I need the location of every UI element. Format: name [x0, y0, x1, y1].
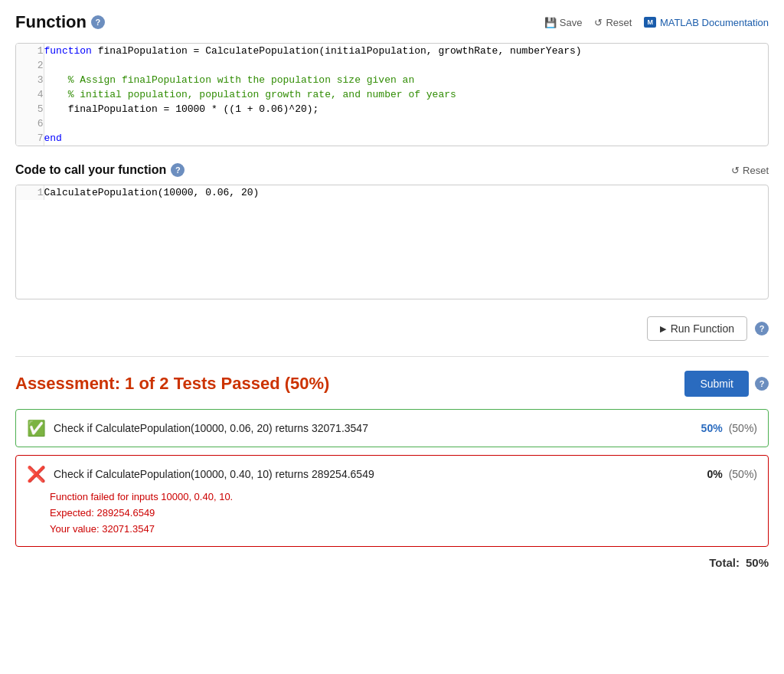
- code-content: end: [44, 131, 768, 146]
- page-title: Function: [15, 12, 87, 32]
- line-number: 7: [16, 131, 44, 146]
- error-line-3: Your value: 32071.3547: [50, 522, 757, 538]
- test-left-2: ❌ Check if CalculatePopulation(10000, 0.…: [27, 465, 374, 483]
- test-error-2: Function failed for inputs 10000, 0.40, …: [27, 489, 757, 537]
- call-code-line-1: 1 CalculatePopulation(10000, 0.06, 20): [16, 185, 768, 200]
- line-number: 1: [16, 44, 44, 58]
- code-line-1: 1 function finalPopulation = CalculatePo…: [16, 44, 768, 58]
- error-line-2: Expected: 289254.6549: [50, 506, 757, 522]
- section-divider: [15, 356, 769, 357]
- test-main-2: ❌ Check if CalculatePopulation(10000, 0.…: [27, 465, 757, 483]
- code-content: % Assign finalPopulation with the popula…: [44, 73, 768, 87]
- run-function-button[interactable]: ▶ Run Function: [647, 316, 747, 341]
- code-line-4: 4 % initial population, population growt…: [16, 87, 768, 102]
- assessment-help-icon[interactable]: ?: [755, 377, 769, 391]
- error-line-1: Function failed for inputs 10000, 0.40, …: [50, 489, 757, 506]
- test-weight-2: (50%): [729, 468, 757, 480]
- function-code-editor[interactable]: 1 function finalPopulation = CalculatePo…: [15, 43, 769, 146]
- play-icon: ▶: [660, 324, 666, 334]
- code-content: [44, 116, 768, 131]
- run-function-row: ▶ Run Function ?: [15, 316, 769, 341]
- code-line-3: 3 % Assign finalPopulation with the popu…: [16, 73, 768, 87]
- total-label: Total:: [709, 556, 740, 569]
- line-number: 6: [16, 116, 44, 131]
- code-line-2: 2: [16, 58, 768, 73]
- test-row-1: ✅ Check if CalculatePopulation(10000, 0.…: [15, 409, 769, 447]
- reset-icon: ↺: [594, 17, 603, 28]
- call-section-title-group: Code to call your function ?: [15, 163, 185, 177]
- line-number: 3: [16, 73, 44, 87]
- header-left: Function ?: [15, 12, 105, 32]
- test-score-2: 0%: [707, 468, 722, 480]
- run-help-icon[interactable]: ?: [755, 322, 769, 335]
- assessment-title: Assessment: 1 of 2 Tests Passed (50%): [15, 374, 329, 394]
- test-right-1: 50% (50%): [701, 422, 757, 434]
- code-line-7: 7 end: [16, 131, 768, 146]
- test-score-1: 50%: [701, 422, 723, 434]
- line-number: 1: [16, 185, 44, 200]
- reset-button[interactable]: ↺ Reset: [594, 17, 632, 28]
- total-row: Total: 50%: [15, 556, 769, 569]
- line-number: 2: [16, 58, 44, 73]
- function-help-icon[interactable]: ?: [91, 15, 105, 29]
- code-content: [44, 58, 768, 73]
- test-right-2: 0% (50%): [707, 468, 757, 480]
- test-weight-1: (50%): [729, 422, 757, 434]
- assessment-actions: Submit ?: [684, 371, 769, 397]
- code-content: CalculatePopulation(10000, 0.06, 20): [44, 185, 768, 200]
- matlab-docs-button[interactable]: M MATLAB Documentation: [644, 17, 769, 28]
- code-content: % initial population, population growth …: [44, 87, 768, 102]
- line-number: 4: [16, 87, 44, 102]
- call-reset-button[interactable]: ↺ Reset: [731, 165, 769, 176]
- line-number: 5: [16, 102, 44, 116]
- test-main-1: ✅ Check if CalculatePopulation(10000, 0.…: [27, 419, 757, 437]
- call-reset-icon: ↺: [731, 165, 740, 176]
- total-value: 50%: [746, 556, 769, 569]
- code-content: finalPopulation = 10000 * ((1 + 0.06)^20…: [44, 102, 768, 116]
- save-icon: 💾: [544, 17, 557, 28]
- matlab-icon: M: [644, 17, 656, 28]
- test-left-1: ✅ Check if CalculatePopulation(10000, 0.…: [27, 419, 368, 437]
- test-label-1: Check if CalculatePopulation(10000, 0.06…: [54, 422, 368, 434]
- assessment-header-row: Assessment: 1 of 2 Tests Passed (50%) Su…: [15, 371, 769, 397]
- header-actions: 💾 Save ↺ Reset M MATLAB Documentation: [544, 17, 769, 28]
- code-content: function finalPopulation = CalculatePopu…: [44, 44, 768, 58]
- call-section-header: Code to call your function ? ↺ Reset: [15, 163, 769, 177]
- call-code-editor[interactable]: 1 CalculatePopulation(10000, 0.06, 20): [15, 185, 769, 299]
- test-row-2: ❌ Check if CalculatePopulation(10000, 0.…: [15, 455, 769, 547]
- call-section-title: Code to call your function: [15, 163, 166, 177]
- fail-icon: ❌: [27, 465, 46, 483]
- pass-icon: ✅: [27, 419, 46, 437]
- function-header: Function ? 💾 Save ↺ Reset M MATLAB Docum…: [15, 12, 769, 32]
- save-button[interactable]: 💾 Save: [544, 17, 583, 28]
- code-line-6: 6: [16, 116, 768, 131]
- call-section-help-icon[interactable]: ?: [171, 163, 185, 177]
- test-label-2: Check if CalculatePopulation(10000, 0.40…: [54, 468, 374, 480]
- code-line-5: 5 finalPopulation = 10000 * ((1 + 0.06)^…: [16, 102, 768, 116]
- submit-button[interactable]: Submit: [684, 371, 749, 397]
